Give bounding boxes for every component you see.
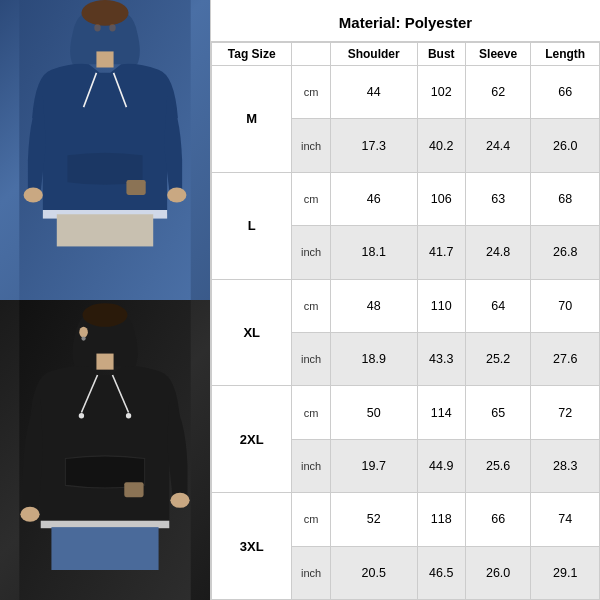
- unit-cm: cm: [292, 279, 330, 332]
- length-inch: 28.3: [531, 439, 600, 492]
- length-cm: 70: [531, 279, 600, 332]
- shoulder-inch: 18.1: [330, 226, 417, 279]
- col-shoulder: Shoulder: [330, 43, 417, 66]
- col-sleeve: Sleeve: [465, 43, 531, 66]
- svg-point-22: [83, 303, 128, 327]
- svg-point-20: [20, 507, 39, 522]
- svg-rect-26: [51, 527, 158, 570]
- svg-rect-12: [126, 180, 145, 195]
- table-row: 2XL cm 50 114 65 72: [212, 386, 600, 439]
- svg-point-7: [81, 0, 128, 26]
- sleeve-inch: 25.6: [465, 439, 531, 492]
- size-label: L: [212, 172, 292, 279]
- material-header: Material: Polyester: [211, 0, 600, 42]
- col-length: Length: [531, 43, 600, 66]
- left-panel: [0, 0, 210, 600]
- shoulder-cm: 52: [330, 493, 417, 546]
- length-cm: 72: [531, 386, 600, 439]
- sleeve-inch: 24.4: [465, 119, 531, 172]
- bust-inch: 43.3: [417, 332, 465, 385]
- table-row: L cm 46 106 63 68: [212, 172, 600, 225]
- size-label: 3XL: [212, 493, 292, 600]
- unit-cm: cm: [292, 493, 330, 546]
- length-cm: 68: [531, 172, 600, 225]
- shoulder-cm: 46: [330, 172, 417, 225]
- unit-cm: cm: [292, 172, 330, 225]
- sleeve-cm: 62: [465, 66, 531, 119]
- unit-cm: cm: [292, 386, 330, 439]
- svg-rect-27: [124, 482, 143, 497]
- shoulder-inch: 19.7: [330, 439, 417, 492]
- bust-cm: 110: [417, 279, 465, 332]
- bust-inch: 41.7: [417, 226, 465, 279]
- sleeve-inch: 24.8: [465, 226, 531, 279]
- length-inch: 26.8: [531, 226, 600, 279]
- sleeve-cm: 66: [465, 493, 531, 546]
- unit-inch: inch: [292, 439, 330, 492]
- shoulder-cm: 48: [330, 279, 417, 332]
- bust-inch: 46.5: [417, 546, 465, 599]
- svg-rect-11: [57, 214, 153, 246]
- bust-cm: 106: [417, 172, 465, 225]
- sleeve-cm: 65: [465, 386, 531, 439]
- size-table: Tag Size Shoulder Bust Sleeve Length M c…: [211, 42, 600, 600]
- model-top-image: [0, 0, 210, 300]
- svg-point-6: [167, 188, 186, 203]
- svg-point-5: [24, 188, 43, 203]
- table-row: 3XL cm 52 118 66 74: [212, 493, 600, 546]
- length-inch: 27.6: [531, 332, 600, 385]
- unit-inch: inch: [292, 119, 330, 172]
- svg-point-24: [81, 336, 85, 340]
- table-row: XL cm 48 110 64 70: [212, 279, 600, 332]
- length-inch: 29.1: [531, 546, 600, 599]
- svg-point-23: [79, 327, 88, 338]
- svg-point-9: [109, 24, 115, 32]
- col-unit: [292, 43, 330, 66]
- unit-cm: cm: [292, 66, 330, 119]
- col-tag-size: Tag Size: [212, 43, 292, 66]
- bust-inch: 44.9: [417, 439, 465, 492]
- shoulder-inch: 17.3: [330, 119, 417, 172]
- bust-cm: 118: [417, 493, 465, 546]
- bust-cm: 102: [417, 66, 465, 119]
- sleeve-cm: 64: [465, 279, 531, 332]
- shoulder-inch: 18.9: [330, 332, 417, 385]
- svg-point-8: [94, 24, 100, 32]
- bust-inch: 40.2: [417, 119, 465, 172]
- right-panel: Material: Polyester Tag Size Shoulder Bu…: [210, 0, 600, 600]
- shoulder-inch: 20.5: [330, 546, 417, 599]
- col-bust: Bust: [417, 43, 465, 66]
- length-cm: 74: [531, 493, 600, 546]
- shoulder-cm: 50: [330, 386, 417, 439]
- svg-point-19: [126, 413, 131, 418]
- unit-inch: inch: [292, 332, 330, 385]
- size-label: 2XL: [212, 386, 292, 493]
- svg-point-18: [79, 413, 84, 418]
- shoulder-cm: 44: [330, 66, 417, 119]
- size-label: M: [212, 66, 292, 173]
- bust-cm: 114: [417, 386, 465, 439]
- length-inch: 26.0: [531, 119, 600, 172]
- model-bottom-image: [0, 300, 210, 600]
- svg-rect-25: [41, 521, 170, 529]
- svg-point-21: [170, 493, 189, 508]
- unit-inch: inch: [292, 546, 330, 599]
- size-label: XL: [212, 279, 292, 386]
- svg-rect-2: [96, 51, 113, 67]
- unit-inch: inch: [292, 226, 330, 279]
- sleeve-cm: 63: [465, 172, 531, 225]
- material-label: Material: Polyester: [339, 14, 472, 31]
- table-row: M cm 44 102 62 66: [212, 66, 600, 119]
- sleeve-inch: 26.0: [465, 546, 531, 599]
- svg-rect-15: [96, 354, 113, 370]
- length-cm: 66: [531, 66, 600, 119]
- sleeve-inch: 25.2: [465, 332, 531, 385]
